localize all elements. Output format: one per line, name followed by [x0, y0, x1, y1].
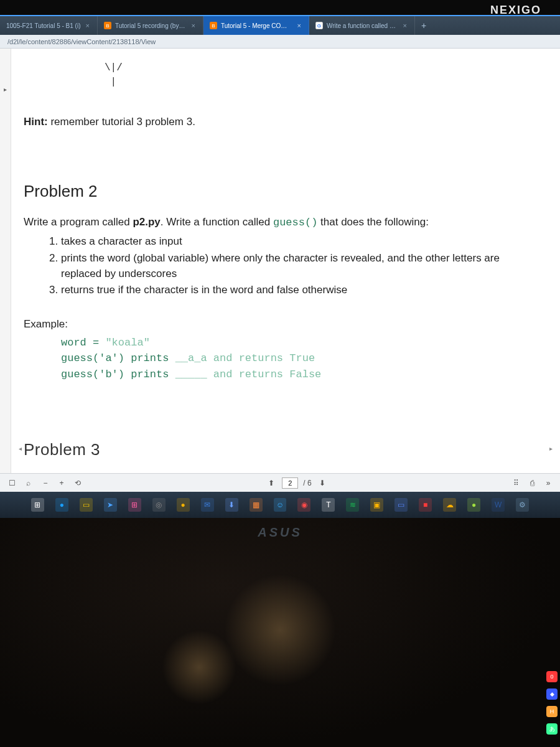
taskbar-app-icon[interactable]: ✉: [201, 498, 214, 512]
led-indicator: H: [546, 706, 558, 717]
asus-logo: ASUS: [258, 525, 302, 540]
close-icon[interactable]: ×: [402, 22, 408, 29]
led-indicator: あ: [546, 723, 558, 735]
print-icon[interactable]: ⎙: [526, 477, 538, 489]
ascii-art: \|/ |: [105, 61, 535, 90]
list-item: prints the word (global variable) where …: [61, 251, 535, 281]
example-code: word = "koala" guess('a') prints __a_a a…: [61, 335, 535, 383]
code: _____ and returns False: [175, 369, 322, 380]
more-icon[interactable]: »: [543, 477, 554, 489]
page-up-icon[interactable]: ⬆: [266, 477, 277, 489]
horizontal-scroll: ◂ ▸: [19, 445, 553, 452]
led-indicator: 0: [546, 671, 558, 682]
taskbar-app-icon[interactable]: ●: [177, 498, 190, 512]
taskbar-app-icon[interactable]: ☺: [274, 498, 287, 512]
page-down-icon[interactable]: ⬇: [317, 477, 328, 489]
favicon-icon: B: [210, 22, 217, 29]
function-name: guess(): [273, 217, 317, 228]
led-indicator: ◆: [546, 688, 558, 700]
tab-title: 1005-F21 Tutorial 5 - B1 (i): [6, 22, 81, 29]
new-tab-button[interactable]: +: [415, 21, 432, 31]
problem2-steps: takes a character as input prints the wo…: [61, 234, 535, 298]
google-favicon-icon: G: [315, 22, 323, 29]
tab-title: Tutorial 5 recording (by TA Ales: [115, 22, 187, 29]
taskbar-app-icon[interactable]: ▭: [80, 498, 93, 512]
taskbar-app-icon[interactable]: W: [492, 498, 505, 512]
taskbar-app-icon[interactable]: ⬇: [225, 498, 238, 512]
taskbar-app-icon[interactable]: ▦: [250, 498, 263, 512]
taskbar-app-icon[interactable]: ●: [55, 498, 68, 512]
hint-label: Hint:: [24, 116, 48, 128]
close-icon[interactable]: ×: [85, 22, 91, 29]
zoom-in-icon[interactable]: +: [56, 477, 67, 489]
example-label: Example:: [24, 317, 535, 332]
url-bar[interactable]: /d2l/le/content/82886/viewContent/213811…: [0, 35, 560, 49]
sidebar-toggle-icon[interactable]: ☐: [6, 477, 17, 489]
tab-title: Write a function called print han: [327, 22, 398, 29]
browser-tab-bar: 1005-F21 Tutorial 5 - B1 (i) × B Tutoria…: [0, 15, 560, 35]
browser-tab[interactable]: G Write a function called print han ×: [309, 16, 415, 35]
side-leds: 0◆Hあ: [546, 671, 558, 735]
search-icon[interactable]: ⌕: [22, 477, 34, 489]
zoom-out-icon[interactable]: −: [40, 477, 51, 489]
taskbar-app-icon[interactable]: T: [322, 498, 335, 512]
windows-taskbar: ⊞●▭➤⊞◎●✉⬇▦☺◉T≋▣▭■☁●W⚙: [0, 492, 560, 518]
zoom-reset-icon[interactable]: ⟲: [72, 477, 83, 489]
taskbar-app-icon[interactable]: ◉: [297, 498, 310, 512]
code: "koala": [105, 337, 149, 349]
glow: [224, 574, 336, 686]
taskbar-app-icon[interactable]: ◎: [152, 498, 166, 512]
scroll-left-icon[interactable]: ◂: [19, 445, 22, 452]
url-text: /d2l/le/content/82886/viewContent/213811…: [7, 38, 156, 45]
problem2-intro: Write a program called p2.py. Write a fu…: [24, 215, 535, 231]
code: guess('b') prints: [61, 369, 175, 380]
taskbar-app-icon[interactable]: ■: [419, 498, 432, 512]
tools-icon[interactable]: ⠿: [510, 477, 521, 489]
document-body: \|/ | Hint: remember tutorial 3 problem …: [11, 49, 560, 473]
code: __a_a and returns True: [175, 352, 315, 364]
taskbar-app-icon[interactable]: ⊞: [31, 498, 44, 512]
taskbar-app-icon[interactable]: ⊞: [128, 498, 141, 512]
tab-title: Tutorial 5 - Merge COMP1005A: [221, 22, 292, 29]
hint-text: remember tutorial 3 problem 3.: [48, 116, 195, 128]
browser-tab[interactable]: 1005-F21 Tutorial 5 - B1 (i) ×: [0, 16, 98, 35]
browser-tab[interactable]: B Tutorial 5 recording (by TA Ales ×: [98, 16, 203, 35]
code: word =: [61, 337, 105, 349]
browser-window: 1005-F21 Tutorial 5 - B1 (i) × B Tutoria…: [0, 15, 560, 492]
pdf-toolbar: ☐ ⌕ − + ⟲ ⬆ / 6 ⬇ ⠿ ⎙ »: [0, 473, 560, 492]
taskbar-app-icon[interactable]: ☁: [443, 498, 456, 512]
close-icon[interactable]: ×: [296, 22, 302, 29]
code: guess('a') prints: [61, 352, 175, 364]
page-number-input[interactable]: [282, 477, 298, 489]
taskbar-app-icon[interactable]: ▭: [394, 498, 408, 512]
page-total: / 6: [303, 479, 311, 487]
browser-tab-active[interactable]: B Tutorial 5 - Merge COMP1005A ×: [203, 16, 309, 35]
text: . Write a function called: [161, 216, 273, 228]
taskbar-app-icon[interactable]: ⚙: [516, 498, 529, 512]
text: that does the following:: [317, 216, 429, 228]
hint-line: Hint: remember tutorial 3 problem 3.: [24, 115, 535, 130]
scroll-right-icon[interactable]: ▸: [549, 445, 553, 452]
favicon-icon: B: [104, 22, 111, 29]
taskbar-app-icon[interactable]: ≋: [346, 498, 359, 512]
filename: p2.py: [133, 216, 160, 228]
taskbar-app-icon[interactable]: ➤: [104, 498, 117, 512]
list-item: takes a character as input: [61, 234, 535, 250]
taskbar-app-icon[interactable]: ▣: [370, 498, 383, 512]
close-icon[interactable]: ×: [190, 22, 197, 29]
sidebar-toggle[interactable]: ▸: [0, 49, 11, 473]
content-area: ▸ \|/ | Hint: remember tutorial 3 proble…: [0, 49, 560, 473]
list-item: returns true if the character is in the …: [61, 283, 535, 298]
taskbar-app-icon[interactable]: ●: [467, 498, 480, 512]
heading-problem-2: Problem 2: [24, 180, 535, 204]
glow: [162, 630, 236, 705]
text: Write a program called: [24, 216, 133, 228]
desk-area: ASUS 0◆Hあ: [0, 518, 560, 747]
